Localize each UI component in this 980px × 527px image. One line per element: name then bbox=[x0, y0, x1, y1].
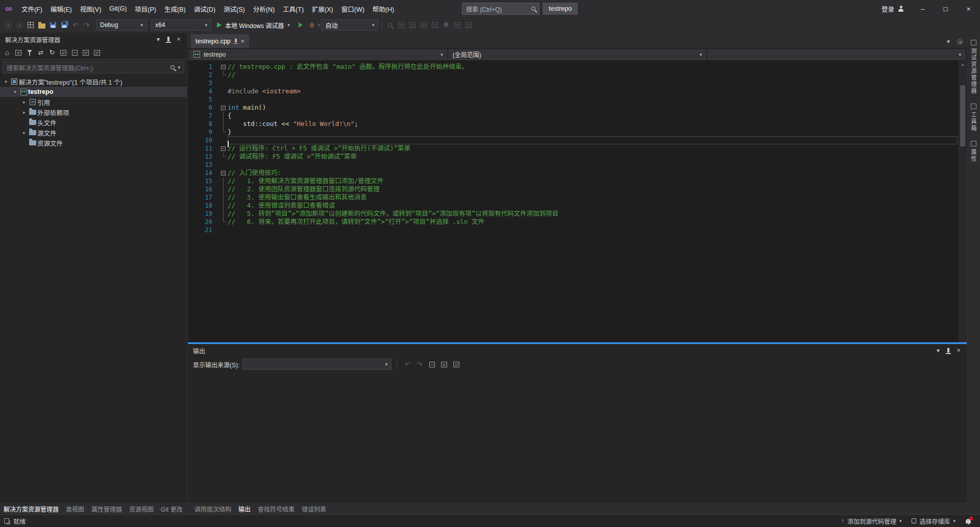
outlining-margin[interactable] bbox=[218, 218, 228, 226]
menu-item[interactable]: 生成(B) bbox=[160, 0, 190, 17]
code-line[interactable]: 12// 调试程序: F5 或调试 >“开始调试”菜单 bbox=[188, 153, 967, 161]
close-icon[interactable]: × bbox=[174, 34, 184, 44]
outlining-margin[interactable] bbox=[218, 144, 228, 153]
close-icon[interactable]: × bbox=[953, 345, 964, 356]
solution-configurations-combo[interactable]: Debug ▾ bbox=[96, 19, 147, 31]
chevron-down-icon[interactable]: ▾ bbox=[318, 22, 321, 28]
pin-icon[interactable] bbox=[235, 39, 236, 43]
editor-options-gear-icon[interactable] bbox=[954, 36, 965, 47]
uncomment-icon[interactable] bbox=[407, 19, 418, 31]
show-all-files-icon[interactable] bbox=[81, 47, 91, 58]
code-line[interactable]: 10 bbox=[188, 136, 967, 144]
outlining-margin[interactable] bbox=[218, 120, 228, 128]
pin-icon[interactable] bbox=[163, 34, 174, 44]
scroll-up-icon[interactable]: ▲ bbox=[959, 61, 967, 68]
redo-icon[interactable] bbox=[82, 19, 92, 31]
goto-next-message-icon[interactable] bbox=[414, 359, 425, 370]
comment-icon[interactable] bbox=[396, 19, 406, 31]
code-line[interactable]: 1// testrepo.cpp : 此文件包含 "main" 函数。程序执行将… bbox=[188, 63, 967, 71]
minimize-button[interactable]: – bbox=[911, 0, 934, 17]
clear-all-icon[interactable] bbox=[427, 359, 437, 370]
tool-window-tab[interactable]: 解决方案资源管理器 bbox=[0, 503, 62, 513]
find-in-files-icon[interactable] bbox=[385, 19, 395, 31]
outlining-margin[interactable] bbox=[218, 210, 228, 218]
code-line[interactable]: 20// 6. 将来，若要再次打开此项目，请转到“文件”>“打开”>“项目”并选… bbox=[188, 218, 967, 226]
outlining-margin[interactable] bbox=[218, 63, 228, 71]
tool-window-tab[interactable]: 类视图 bbox=[62, 503, 88, 513]
pin-output-icon[interactable] bbox=[451, 359, 461, 370]
menu-item[interactable]: 窗口(W) bbox=[337, 0, 369, 17]
menu-item[interactable]: 测试(S) bbox=[219, 0, 249, 17]
code-line[interactable]: 21 bbox=[188, 226, 967, 234]
collapse-all-icon[interactable] bbox=[69, 47, 80, 58]
menu-item[interactable]: 项目(P) bbox=[131, 0, 160, 17]
menu-item[interactable]: 文件(F) bbox=[17, 0, 46, 17]
home-icon[interactable] bbox=[2, 47, 12, 58]
goto-previous-message-icon[interactable] bbox=[402, 359, 412, 370]
tree-item[interactable]: ▸引用 bbox=[0, 97, 187, 107]
outlining-margin[interactable] bbox=[218, 177, 228, 185]
document-tab[interactable]: testrepo.cpp × bbox=[191, 34, 249, 48]
outline-collapse-icon[interactable] bbox=[221, 146, 226, 151]
tree-item[interactable]: ▸源文件 bbox=[0, 128, 187, 138]
close-button[interactable]: × bbox=[957, 0, 980, 17]
tree-item[interactable]: ▾++testrepo bbox=[0, 87, 187, 97]
next-bookmark-icon[interactable] bbox=[463, 19, 474, 31]
expander-icon[interactable]: ▸ bbox=[20, 110, 28, 115]
tool-window-tab[interactable]: 输出 bbox=[235, 503, 254, 513]
autohide-tab[interactable]: 测试资源管理器 bbox=[969, 40, 977, 94]
tree-item[interactable]: ▸外部依赖项 bbox=[0, 107, 187, 117]
code-line[interactable]: 6int main() bbox=[188, 104, 967, 112]
menu-item[interactable]: 扩展(X) bbox=[308, 0, 337, 17]
code-line[interactable]: 8 std::cout << "Hello World!\n"; bbox=[188, 120, 967, 128]
expander-icon[interactable]: ▸ bbox=[20, 130, 28, 135]
output-content[interactable] bbox=[188, 372, 967, 503]
code-line[interactable]: 11// 运行程序: Ctrl + F5 或调试 >“开始执行(不调试)”菜单 bbox=[188, 144, 967, 153]
navigate-forward-icon[interactable] bbox=[14, 19, 24, 31]
hot-reload-icon[interactable] bbox=[307, 19, 317, 31]
refresh-icon[interactable] bbox=[47, 47, 57, 58]
toggle-bookmark-icon[interactable] bbox=[441, 19, 451, 31]
tool-window-tab[interactable]: 调用层次结构 bbox=[191, 503, 235, 513]
nest-files-icon[interactable] bbox=[58, 47, 68, 58]
word-wrap-icon[interactable] bbox=[439, 359, 449, 370]
nav-member-combo[interactable]: ▾ bbox=[707, 49, 965, 60]
indent-icon[interactable] bbox=[430, 19, 440, 31]
outline-collapse-icon[interactable] bbox=[221, 171, 226, 175]
code-line[interactable]: 17// 3. 使用输出窗口查看生成输出和其他消息 bbox=[188, 193, 967, 202]
outdent-icon[interactable] bbox=[419, 19, 429, 31]
output-source-combo[interactable]: ▾ bbox=[242, 359, 391, 370]
tool-window-tab[interactable]: 查找符号结果 bbox=[254, 503, 298, 513]
tool-window-tab[interactable]: 属性管理器 bbox=[88, 503, 126, 513]
outlining-margin[interactable] bbox=[218, 128, 228, 136]
menu-item[interactable]: 帮助(H) bbox=[369, 0, 398, 17]
solution-platforms-combo[interactable]: x64 ▾ bbox=[151, 19, 211, 31]
open-documents-list-icon[interactable] bbox=[943, 36, 953, 47]
window-position-icon[interactable]: ▾ bbox=[933, 345, 943, 356]
menu-item[interactable]: 工具(T) bbox=[279, 0, 308, 17]
code-line[interactable]: 13 bbox=[188, 161, 967, 169]
outlining-margin[interactable] bbox=[218, 153, 228, 161]
switch-views-icon[interactable] bbox=[13, 47, 23, 58]
autohide-tab[interactable]: 工具箱 bbox=[969, 104, 977, 132]
pending-changes-filter-icon[interactable] bbox=[24, 47, 35, 58]
nav-project-combo[interactable]: ++ testrepo ▾ bbox=[189, 49, 447, 60]
outlining-margin[interactable] bbox=[218, 185, 228, 193]
nav-scope-combo[interactable]: (全局范围) ▾ bbox=[449, 49, 706, 60]
new-project-icon[interactable] bbox=[26, 19, 36, 31]
outlining-margin[interactable] bbox=[218, 193, 228, 202]
tool-window-tab[interactable]: 错误列表 bbox=[298, 503, 330, 513]
code-line[interactable]: 4#include <iostream> bbox=[188, 87, 967, 95]
expander-icon[interactable]: ▾ bbox=[11, 89, 19, 94]
close-icon[interactable]: × bbox=[241, 38, 244, 45]
code-line[interactable]: 14// 入门使用技巧: bbox=[188, 169, 967, 177]
open-file-icon[interactable] bbox=[37, 19, 47, 31]
solution-name-chip[interactable]: testrepo bbox=[543, 3, 578, 15]
code-line[interactable]: 5 bbox=[188, 95, 967, 104]
outlining-margin[interactable] bbox=[218, 104, 228, 112]
save-icon[interactable] bbox=[48, 19, 58, 31]
outlining-margin[interactable] bbox=[218, 71, 228, 79]
add-to-source-control-button[interactable]: ↑ 添加到源代码管理 ▾ bbox=[836, 515, 907, 527]
outline-collapse-icon[interactable] bbox=[221, 106, 226, 110]
code-line[interactable]: 19// 5. 转到“项目”>“添加新项”以创建新的代码文件，或转到“项目”>“… bbox=[188, 210, 967, 218]
